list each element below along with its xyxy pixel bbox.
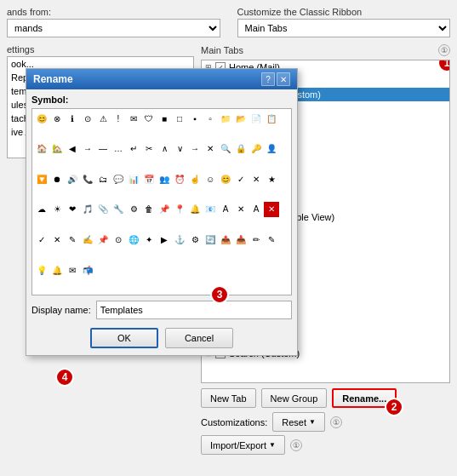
symbol-cell[interactable]: 🗑 [141,202,157,217]
symbol-cell[interactable]: ✦ [141,232,157,248]
symbol-cell[interactable]: 🌐 [126,232,141,248]
symbol-cell[interactable]: 📎 [95,202,111,217]
symbol-area: Symbol: 😊⊗ℹ⊙⚠!✉🛡■□▪▫📁📂📄📋🏠🏡◀→—…↵✂∧∨→✕🔍🔒🔑👤… [26,89,297,301]
display-name-label: Display name: [31,305,91,315]
symbol-cell[interactable]: A [218,202,233,217]
symbol-cell[interactable]: 🔑 [248,141,264,157]
symbol-cell[interactable]: ℹ [65,111,80,126]
symbol-cell[interactable]: … [111,141,126,157]
symbol-cell[interactable]: 🔔 [49,262,65,278]
symbol-cell[interactable]: ⏺ [49,171,65,186]
badge-2: 2 [385,398,403,416]
symbol-cell[interactable]: ∧ [157,141,172,157]
symbol-grid[interactable]: 😊⊗ℹ⊙⚠!✉🛡■□▪▫📁📂📄📋🏠🏡◀→—…↵✂∧∨→✕🔍🔒🔑👤🔽⏺🔊📞🗂💬📊📅… [31,108,292,295]
symbol-cell[interactable]: ⊙ [111,232,126,248]
symbol-cell[interactable]: ★ [264,171,279,186]
ok-button[interactable]: OK [90,328,158,348]
symbol-cell[interactable]: → [80,141,95,157]
symbol-cell[interactable]: 🗂 [95,171,111,186]
symbol-cell[interactable]: ✍ [80,232,95,248]
dialog-help-button[interactable]: ? [261,72,275,86]
symbol-cell[interactable]: 📁 [218,111,233,126]
symbol-cell[interactable]: ✎ [264,232,279,248]
symbol-cell[interactable]: ✏ [248,232,264,248]
symbol-cell[interactable]: 🏡 [49,141,65,157]
symbol-cell[interactable]: ▪ [187,111,203,126]
symbol-cell[interactable]: 📋 [264,111,279,126]
symbol-cell[interactable]: ☺ [203,171,218,186]
symbol-cell[interactable]: 📞 [80,171,95,186]
symbol-cell[interactable]: ☝ [187,171,203,186]
symbol-cell[interactable]: ⚓ [172,232,187,248]
symbol-cell[interactable]: ◀ [65,141,80,157]
symbol-cell[interactable]: ⏰ [172,171,187,186]
symbol-cell[interactable]: 🛡 [141,111,157,126]
symbol-cell[interactable]: 🔒 [233,141,248,157]
symbol-cell[interactable]: 🔽 [34,171,49,186]
symbol-cell[interactable]: ✕ [203,141,218,157]
dialog-controls: ? ✕ [261,72,290,86]
symbol-cell[interactable]: ✕ [233,202,248,217]
symbol-cell[interactable]: ⊙ [80,111,95,126]
symbol-cell[interactable]: 👤 [264,141,279,157]
symbol-cell[interactable]: 📄 [248,111,264,126]
display-name-input[interactable] [96,301,292,319]
symbol-cell[interactable]: 👥 [157,171,172,186]
badge-3: 3 [210,285,229,304]
symbol-cell[interactable]: ✉ [65,262,80,278]
symbol-cell[interactable]: ⚠ [95,111,111,126]
symbol-cell[interactable]: ✕ [248,171,264,186]
symbol-cell[interactable]: ⊗ [49,111,65,126]
symbol-cell[interactable]: ✓ [233,171,248,186]
symbol-cell[interactable]: 😊 [34,111,49,126]
cancel-button[interactable]: Cancel [165,328,233,348]
symbol-cell[interactable]: — [95,141,111,157]
rename-dialog: Rename ? ✕ Symbol: 😊⊗ℹ⊙⚠!✉🛡■□▪▫📁📂📄📋🏠🏡◀→—… [26,68,298,356]
symbol-label: Symbol: [31,95,292,105]
display-name-row: Display name: [26,301,297,324]
symbol-cell[interactable]: ▶ [157,232,172,248]
dialog-close-button[interactable]: ✕ [277,72,290,86]
symbol-cell[interactable]: ✎ [65,232,80,248]
symbol-cell[interactable]: ✂ [141,141,157,157]
symbol-cell[interactable]: ■ [157,111,172,126]
symbol-cell[interactable]: 📅 [141,171,157,186]
symbol-cell[interactable]: → [187,141,203,157]
symbol-cell[interactable]: 🎵 [80,202,95,217]
symbol-cell[interactable]: ✕ [264,202,279,217]
symbol-cell[interactable]: 😊 [218,171,233,186]
symbol-cell[interactable]: ∨ [172,141,187,157]
symbol-cell[interactable]: ❤ [65,202,80,217]
symbol-cell[interactable]: ⚙ [187,232,203,248]
symbol-cell[interactable]: 📍 [172,202,187,217]
symbol-cell[interactable]: 📬 [80,262,95,278]
symbol-cell[interactable]: 🔔 [187,202,203,217]
symbol-cell[interactable]: ↵ [126,141,141,157]
symbol-cell[interactable]: ! [111,111,126,126]
symbol-cell[interactable]: 💡 [34,262,49,278]
symbol-cell[interactable]: 🔊 [65,171,80,186]
symbol-cell[interactable]: 📥 [233,232,248,248]
symbol-cell[interactable]: 💬 [111,171,126,186]
symbol-cell[interactable]: 📤 [218,232,233,248]
symbol-cell[interactable]: ✕ [49,232,65,248]
symbol-cell[interactable]: ✓ [34,232,49,248]
symbol-cell[interactable]: 🔧 [111,202,126,217]
symbol-cell[interactable]: 🔄 [203,232,218,248]
symbol-cell[interactable]: ☁ [34,202,49,217]
symbol-cell[interactable]: ☀ [49,202,65,217]
dialog-titlebar: Rename ? ✕ [26,69,297,89]
symbol-cell[interactable]: □ [172,111,187,126]
symbol-cell[interactable]: 🔍 [218,141,233,157]
symbol-cell[interactable]: 📌 [95,232,111,248]
symbol-cell[interactable]: A [248,202,264,217]
symbol-cell[interactable]: ⚙ [126,202,141,217]
symbol-cell[interactable]: ✉ [126,111,141,126]
dialog-title: Rename [33,73,73,85]
symbol-cell[interactable]: 📧 [203,202,218,217]
symbol-cell[interactable]: 📂 [233,111,248,126]
symbol-cell[interactable]: 🏠 [34,141,49,157]
symbol-cell[interactable]: 📌 [157,202,172,217]
symbol-cell[interactable]: ▫ [203,111,218,126]
symbol-cell[interactable]: 📊 [126,171,141,186]
